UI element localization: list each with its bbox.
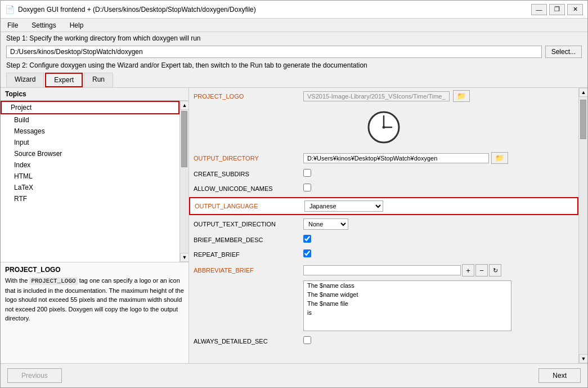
right-scroll-up[interactable]: ▲: [579, 88, 587, 97]
abbreviate-brief-label: ABBREVIATE_BRIEF: [194, 267, 303, 274]
sidebar-item-input[interactable]: Input: [1, 137, 179, 148]
create-subdirs-row: CREATE_SUBDIRS: [189, 167, 578, 181]
left-panel: Topics Project Build Messages Input Sour…: [1, 88, 189, 363]
brief-member-checkbox[interactable]: [303, 235, 311, 243]
output-text-dir-label: OUTPUT_TEXT_DIRECTION: [194, 221, 303, 228]
main-window: 📄 Doxygen GUI frontend + (D:/Users/kinos…: [0, 0, 588, 388]
sidebar-item-project[interactable]: Project: [1, 101, 179, 114]
sidebar-item-html[interactable]: HTML: [1, 171, 179, 182]
sidebar-item-rtf[interactable]: RTF: [1, 193, 179, 204]
sidebar-item-source-browser[interactable]: Source Browser: [1, 148, 179, 159]
list-item: is: [304, 308, 511, 317]
topics-scroll-thumb[interactable]: [181, 111, 187, 167]
project-logo-label: PROJECT_LOGO: [194, 93, 303, 100]
svg-point-3: [383, 126, 385, 129]
topics-scroll-track: [180, 110, 188, 253]
right-scroll-down[interactable]: ▼: [579, 354, 587, 363]
output-dir-input[interactable]: [303, 153, 489, 163]
create-subdirs-value: [303, 169, 311, 179]
tab-expert[interactable]: Expert: [45, 73, 83, 87]
main-area: Topics Project Build Messages Input Sour…: [1, 88, 587, 363]
output-dir-row: OUTPUT_DIRECTORY 📁: [189, 150, 578, 167]
create-subdirs-checkbox[interactable]: [303, 169, 311, 177]
topics-with-scroll: Project Build Messages Input Source Brow…: [1, 101, 188, 262]
project-logo-browse[interactable]: 📁: [453, 90, 470, 102]
brief-member-value: [303, 235, 311, 244]
allow-unicode-row: ALLOW_UNICODE_NAMES: [189, 181, 578, 196]
allow-unicode-label: ALLOW_UNICODE_NAMES: [194, 185, 303, 192]
tab-wizard[interactable]: Wizard: [6, 73, 44, 87]
tabs-row: Wizard Expert Run: [1, 72, 587, 88]
output-text-dir-value: None LTR RTL: [303, 218, 348, 230]
previous-button[interactable]: Previous: [7, 368, 62, 383]
minimize-button[interactable]: —: [531, 4, 547, 15]
abbreviate-list-row: The $name class The $name widget The $na…: [189, 279, 578, 334]
abbreviate-brief-listbox[interactable]: The $name class The $name widget The $na…: [303, 280, 511, 331]
list-item: The $name widget: [304, 290, 511, 299]
repeat-brief-checkbox[interactable]: [303, 249, 311, 257]
output-text-dir-row: OUTPUT_TEXT_DIRECTION None LTR RTL: [189, 216, 578, 233]
window-title: Doxygen GUI frontend + (D:/Users/kinos/D…: [18, 6, 256, 14]
output-dir-label: OUTPUT_DIRECTORY: [194, 155, 303, 162]
title-bar-controls: — ❐ ✕: [531, 4, 583, 15]
next-button[interactable]: Next: [538, 368, 581, 383]
sidebar-item-messages[interactable]: Messages: [1, 126, 179, 137]
output-dir-browse[interactable]: 📁: [491, 152, 508, 164]
abbreviate-brief-input[interactable]: [303, 265, 461, 275]
sidebar-item-index[interactable]: Index: [1, 159, 179, 171]
right-with-scroll: PROJECT_LOGO 📁: [189, 88, 587, 363]
abbreviate-brief-row: ABBREVIATE_BRIEF + − ↻: [189, 262, 578, 279]
topics-scrollbar: ▲ ▼: [179, 101, 188, 262]
desc-code-tag: PROJECT_LOGO: [29, 277, 77, 285]
abbreviate-refresh-btn[interactable]: ↻: [489, 264, 501, 276]
project-logo-value: 📁: [303, 90, 574, 102]
repeat-brief-row: REPEAT_BRIEF: [189, 247, 578, 262]
output-language-select[interactable]: Japanese English Chinese French German: [304, 200, 383, 212]
app-icon: 📄: [5, 5, 15, 14]
close-button[interactable]: ✕: [567, 4, 583, 15]
output-language-row: OUTPUT_LANGUAGE Japanese English Chinese…: [189, 197, 578, 215]
topics-list: Project Build Messages Input Source Brow…: [1, 101, 179, 262]
output-dir-value-cell: 📁: [303, 152, 508, 164]
topics-scroll-down[interactable]: ▼: [180, 253, 188, 262]
list-item: The $name class: [304, 281, 511, 290]
topics-scroll-up[interactable]: ▲: [180, 101, 188, 110]
output-language-label: OUTPUT_LANGUAGE: [195, 203, 304, 209]
title-bar-left: 📄 Doxygen GUI frontend + (D:/Users/kinos…: [5, 5, 256, 14]
repeat-brief-label: REPEAT_BRIEF: [194, 251, 303, 258]
always-detailed-checkbox[interactable]: [303, 336, 311, 344]
desc-title: PROJECT_LOGO: [5, 266, 184, 274]
project-logo-input[interactable]: [303, 91, 450, 101]
bottom-bar: Previous Next: [1, 363, 587, 387]
output-language-value: Japanese English Chinese French German: [304, 200, 383, 212]
tab-run[interactable]: Run: [84, 73, 113, 87]
sidebar-item-build[interactable]: Build: [1, 114, 179, 126]
menu-settings[interactable]: Settings: [29, 20, 58, 30]
working-dir-input[interactable]: [6, 46, 542, 58]
right-scroll-thumb[interactable]: [580, 100, 586, 139]
abbreviate-add-btn[interactable]: +: [462, 264, 474, 276]
select-button[interactable]: Select...: [545, 46, 582, 58]
always-detailed-label: ALWAYS_DETAILED_SEC: [194, 338, 303, 345]
step2-label: Step 2: Configure doxygen using the Wiza…: [1, 60, 587, 72]
always-detailed-row: ALWAYS_DETAILED_SEC: [189, 334, 578, 349]
project-logo-row: PROJECT_LOGO 📁: [189, 88, 578, 105]
allow-unicode-value: [303, 184, 311, 193]
project-logo-input-row: 📁: [303, 90, 574, 102]
desc-content: With the PROJECT_LOGO tag one can specif…: [5, 276, 184, 323]
restore-button[interactable]: ❐: [549, 4, 565, 15]
create-subdirs-label: CREATE_SUBDIRS: [194, 171, 303, 177]
right-scrollbar: ▲ ▼: [578, 88, 587, 363]
list-item: The $name file: [304, 299, 511, 308]
menu-help[interactable]: Help: [68, 20, 86, 30]
sidebar-item-latex[interactable]: LaTeX: [1, 182, 179, 193]
menu-file[interactable]: File: [5, 20, 20, 30]
step1-label: Step 1: Specify the working directory fr…: [1, 32, 587, 44]
right-panel: PROJECT_LOGO 📁: [189, 88, 578, 363]
menu-bar: File Settings Help: [1, 19, 587, 32]
abbreviate-remove-btn[interactable]: −: [475, 264, 488, 276]
always-detailed-value: [303, 336, 311, 346]
output-text-dir-select[interactable]: None LTR RTL: [303, 218, 348, 230]
allow-unicode-checkbox[interactable]: [303, 184, 311, 191]
repeat-brief-value: [303, 249, 311, 259]
